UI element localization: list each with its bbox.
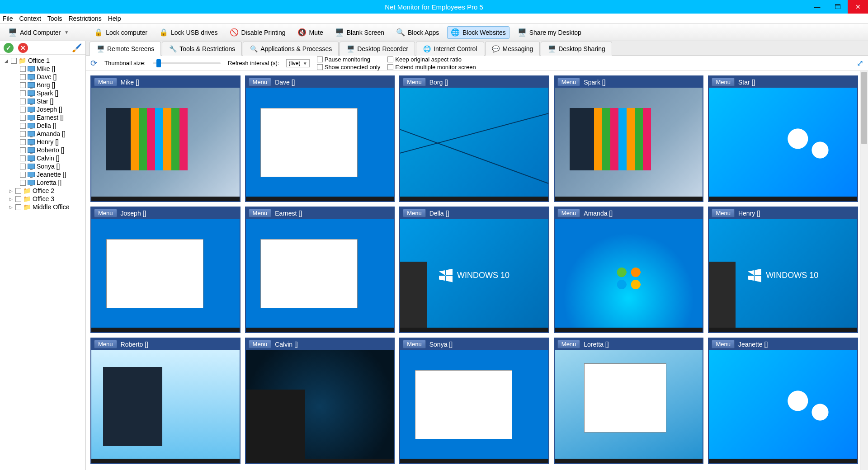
expand-icon[interactable]: ⤢	[857, 58, 863, 68]
screen-thumbnail[interactable]: MenuSonya []	[399, 338, 549, 464]
tab-desktop-sharing[interactable]: 🖥️ Desktop Sharing	[541, 42, 612, 56]
checkbox[interactable]	[20, 123, 26, 129]
menu-restrictions[interactable]: Restrictions	[69, 15, 102, 22]
tree-computer-item[interactable]: Dave []	[0, 73, 85, 81]
checkbox[interactable]	[20, 115, 26, 121]
thumbnail-screen[interactable]	[91, 350, 240, 463]
screen-thumbnail[interactable]: MenuDave []	[245, 75, 395, 202]
screen-thumbnail[interactable]: MenuJoseph []	[90, 207, 241, 333]
add-computer-button[interactable]: 🖥️ Add Computer ▼	[5, 26, 72, 39]
tree-group-label[interactable]: Office 1	[28, 57, 50, 64]
thumbnail-screen[interactable]	[555, 350, 703, 463]
collapse-icon[interactable]: ◢	[4, 58, 9, 63]
thumbnail-screen[interactable]	[246, 350, 394, 463]
screen-thumbnail[interactable]: MenuRoberto []	[90, 338, 241, 464]
tree-computer-item[interactable]: Amanda []	[0, 130, 85, 138]
keep-aspect-checkbox[interactable]: Keep original aspect ratio	[387, 56, 476, 63]
checkbox[interactable]	[15, 188, 21, 194]
tree-computer-item[interactable]: Loretta []	[0, 179, 85, 187]
checkbox[interactable]	[20, 172, 26, 178]
thumbnail-screen[interactable]: WINDOWS 10	[709, 219, 857, 332]
thumbnail-screen[interactable]	[400, 88, 548, 201]
screen-thumbnail[interactable]: MenuAmanda []	[554, 207, 704, 333]
screen-thumbnail[interactable]: MenuMike []	[90, 75, 241, 202]
thumbnail-menu-button[interactable]: Menu	[94, 209, 117, 217]
thumbnail-menu-button[interactable]: Menu	[712, 78, 735, 86]
checkbox[interactable]	[20, 99, 26, 104]
thumbnail-menu-button[interactable]: Menu	[403, 78, 426, 86]
mute-button[interactable]: 🔇 Mute	[294, 26, 327, 39]
show-connected-only-checkbox[interactable]: Show connected only	[317, 64, 381, 70]
maximize-button[interactable]: 🗖	[827, 0, 848, 14]
tree-computer-item[interactable]: Roberto []	[0, 146, 85, 154]
blank-screen-button[interactable]: 🖥️ Blank Screen	[331, 26, 388, 39]
thumbnail-menu-button[interactable]: Menu	[403, 209, 426, 217]
tree-computer-item[interactable]: Calvin []	[0, 154, 85, 162]
checkbox[interactable]	[20, 74, 26, 80]
tree-computer-item[interactable]: Earnest []	[0, 113, 85, 122]
menu-context[interactable]: Context	[19, 15, 41, 22]
tree-computer-item[interactable]: Mike []	[0, 65, 85, 73]
pause-monitoring-checkbox[interactable]: Pause monitoring	[317, 56, 381, 63]
thumbnail-menu-button[interactable]: Menu	[557, 340, 580, 348]
thumbnail-screen[interactable]	[91, 219, 240, 332]
thumbnail-menu-button[interactable]: Menu	[712, 209, 735, 217]
extend-monitor-checkbox[interactable]: Extend multiple monitor screen	[387, 64, 476, 70]
tab-messaging[interactable]: 💬 Messaging	[485, 42, 540, 56]
menu-tools[interactable]: Tools	[47, 15, 62, 22]
tree-computer-item[interactable]: Sonya []	[0, 162, 85, 170]
lock-computer-button[interactable]: 🔒 Lock computer	[90, 26, 151, 39]
tab-apps-processes[interactable]: 🔍 Applications & Processes	[243, 42, 339, 56]
tree-computer-item[interactable]: Jeanette []	[0, 170, 85, 179]
checkbox[interactable]	[20, 164, 26, 169]
checkbox[interactable]	[20, 155, 26, 161]
computer-tree[interactable]: ◢ 📁 Office 1 Mike [] Dave [] Borg [] Spa…	[0, 55, 85, 470]
thumbnail-menu-button[interactable]: Menu	[249, 209, 272, 217]
screen-thumbnail[interactable]: MenuCalvin []	[245, 338, 395, 464]
screen-thumbnail[interactable]: MenuLoretta []	[554, 338, 704, 464]
expand-icon[interactable]: ▷	[8, 197, 14, 202]
tree-computer-item[interactable]: Joseph []	[0, 105, 85, 113]
tab-internet-control[interactable]: 🌐 Internet Control	[416, 42, 484, 56]
thumbnail-menu-button[interactable]: Menu	[403, 340, 426, 348]
thumbnail-menu-button[interactable]: Menu	[557, 209, 580, 217]
checkbox[interactable]	[20, 66, 26, 72]
refresh-interval-select[interactable]: (live) ▼	[286, 59, 309, 67]
expand-icon[interactable]: ▷	[8, 188, 14, 193]
checkbox[interactable]	[11, 58, 17, 64]
checkbox[interactable]	[20, 90, 26, 96]
thumbnail-menu-button[interactable]: Menu	[249, 78, 272, 86]
thumbnail-screen[interactable]	[709, 88, 857, 201]
thumbnail-menu-button[interactable]: Menu	[249, 340, 272, 348]
tab-desktop-recorder[interactable]: 🖥️ Desktop Recorder	[340, 42, 415, 56]
tab-remote-screens[interactable]: 🖥️ Remote Screens	[90, 42, 161, 56]
screen-thumbnail[interactable]: MenuHenry []WINDOWS 10	[708, 207, 858, 333]
tab-tools-restrictions[interactable]: 🔧 Tools & Restrictions	[162, 42, 242, 56]
scrollbar-thumb[interactable]	[861, 72, 867, 144]
screen-thumbnail[interactable]: MenuBorg []	[399, 75, 549, 202]
lock-usb-button[interactable]: 🔒 Lock USB drives	[156, 26, 221, 39]
screen-thumbnail[interactable]: MenuSpark []	[554, 75, 704, 202]
tree-group-item[interactable]: ▷ 📁 Middle Office	[0, 203, 85, 211]
thumbnail-screen[interactable]	[246, 88, 394, 201]
checkbox[interactable]	[15, 204, 21, 210]
thumbnail-menu-button[interactable]: Menu	[712, 340, 735, 348]
checkbox[interactable]	[20, 82, 26, 88]
screen-thumbnail[interactable]: MenuEarnest []	[245, 207, 395, 333]
close-button[interactable]: ✕	[848, 0, 868, 14]
thumbnail-screen[interactable]	[91, 88, 240, 201]
reject-icon[interactable]: ✕	[18, 43, 28, 53]
screen-thumbnail[interactable]: MenuDella []WINDOWS 10	[399, 207, 549, 333]
slider-thumb[interactable]	[156, 59, 161, 67]
thumbnails-scroll[interactable]: MenuMike []MenuDave []MenuBorg []MenuSpa…	[86, 71, 868, 470]
screen-thumbnail[interactable]: MenuStar []	[708, 75, 858, 202]
checkbox[interactable]	[20, 180, 26, 186]
thumbnail-screen[interactable]	[555, 88, 703, 201]
thumbnail-screen[interactable]	[555, 219, 703, 332]
tree-group-item[interactable]: ▷ 📁 Office 3	[0, 195, 85, 203]
tree-computer-item[interactable]: Henry []	[0, 138, 85, 146]
thumbnail-screen[interactable]	[709, 350, 857, 463]
checkbox[interactable]	[20, 139, 26, 145]
block-websites-button[interactable]: 🌐 Block Websites	[447, 26, 509, 39]
checkbox[interactable]	[20, 131, 26, 137]
